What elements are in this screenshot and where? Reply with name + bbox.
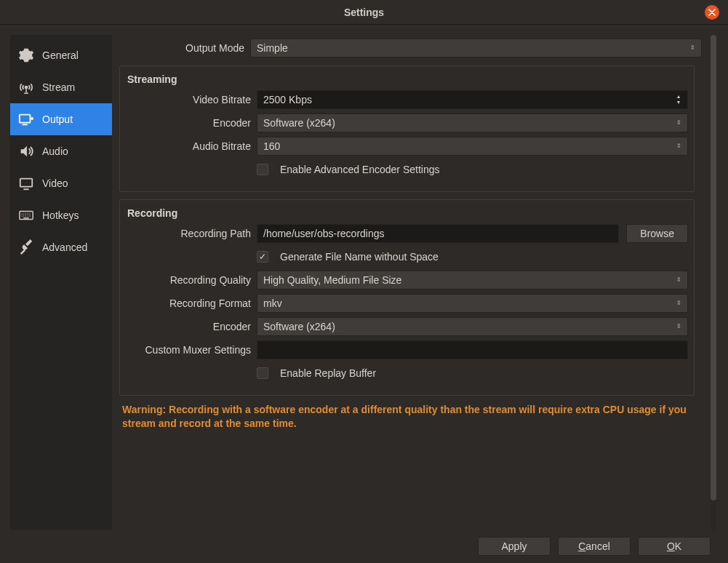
dialog-button-row: Apply Cancel OK [0, 530, 728, 563]
client-area: General Stream Output Audio Video [0, 25, 728, 530]
video-bitrate-value: 2500 Kbps [263, 94, 312, 105]
gear-icon [17, 47, 35, 64]
svg-rect-2 [20, 179, 33, 187]
streaming-encoder-select[interactable]: Software (x264) ⇳ [257, 113, 688, 132]
browse-button[interactable]: Browse [626, 224, 688, 243]
chevron-updown-icon: ⇳ [673, 116, 684, 130]
output-mode-select[interactable]: Simple ⇳ [250, 39, 702, 57]
sidebar-item-label: Advanced [42, 241, 87, 253]
streaming-encoder-value: Software (x264) [263, 117, 335, 129]
recording-format-value: mkv [263, 298, 282, 309]
recording-path-value: /home/user/obs-recordings [263, 228, 385, 239]
sidebar-item-label: General [42, 49, 79, 61]
audio-bitrate-value: 160 [263, 140, 280, 152]
sidebar-item-general[interactable]: General [10, 39, 112, 71]
recording-group: Recording Recording Path /home/user/obs-… [119, 199, 695, 396]
streaming-title: Streaming [126, 72, 688, 89]
video-bitrate-spinbox[interactable]: 2500 Kbps ▴▾ [257, 90, 688, 109]
titlebar: Settings [0, 0, 728, 25]
chevron-updown-icon: ⇳ [687, 41, 698, 55]
audio-bitrate-label: Audio Bitrate [126, 140, 257, 152]
output-mode-label: Output Mode [119, 42, 250, 54]
sidebar-item-label: Output [42, 113, 73, 125]
sidebar-item-label: Stream [42, 81, 75, 93]
recording-encoder-select[interactable]: Software (x264) ⇳ [257, 317, 688, 336]
encoder-warning: Warning: Recording with a software encod… [119, 396, 702, 431]
keyboard-icon [17, 207, 35, 224]
recording-path-label: Recording Path [126, 228, 257, 239]
cancel-button[interactable]: Cancel [558, 537, 631, 556]
sidebar-item-hotkeys[interactable]: Hotkeys [10, 199, 112, 231]
recording-encoder-value: Software (x264) [263, 321, 335, 332]
main-panel: Output Mode Simple ⇳ Streaming Video Bit… [112, 35, 718, 530]
advanced-encoder-checkbox[interactable] [257, 164, 268, 175]
recording-quality-select[interactable]: High Quality, Medium File Size ⇳ [257, 271, 688, 290]
recording-quality-value: High Quality, Medium File Size [263, 274, 401, 286]
sidebar-item-advanced[interactable]: Advanced [10, 231, 112, 263]
output-icon [17, 111, 35, 128]
tools-icon [17, 239, 35, 256]
output-mode-value: Simple [257, 42, 288, 54]
sidebar-item-audio[interactable]: Audio [10, 135, 112, 167]
recording-format-label: Recording Format [126, 298, 257, 309]
sidebar-item-label: Video [42, 177, 68, 189]
recording-format-select[interactable]: mkv ⇳ [257, 294, 688, 313]
ok-button[interactable]: OK [638, 537, 711, 556]
audio-bitrate-select[interactable]: 160 ⇳ [257, 137, 688, 156]
chevron-updown-icon: ⇳ [673, 296, 684, 311]
sidebar-item-label: Audio [42, 145, 68, 157]
chevron-updown-icon: ⇳ [673, 319, 684, 334]
ok-rest: K [675, 540, 681, 552]
recording-encoder-label: Encoder [126, 321, 257, 332]
muxer-input[interactable] [257, 340, 688, 359]
chevron-updown-icon: ⇳ [673, 273, 684, 287]
streaming-group: Streaming Video Bitrate 2500 Kbps ▴▾ Enc… [119, 65, 695, 192]
apply-button[interactable]: Apply [478, 537, 551, 556]
sidebar-item-video[interactable]: Video [10, 167, 112, 199]
sidebar-item-stream[interactable]: Stream [10, 71, 112, 103]
sidebar-item-label: Hotkeys [42, 209, 79, 221]
sidebar-item-output[interactable]: Output [10, 103, 112, 135]
spin-updown-icon: ▴▾ [673, 92, 684, 107]
muxer-label: Custom Muxer Settings [126, 344, 257, 356]
recording-quality-label: Recording Quality [126, 274, 257, 286]
settings-sidebar: General Stream Output Audio Video [10, 35, 112, 530]
audio-icon [17, 143, 35, 160]
advanced-encoder-checkbox-label: Enable Advanced Encoder Settings [280, 164, 440, 175]
scroll-area: Output Mode Simple ⇳ Streaming Video Bit… [119, 35, 716, 530]
genfile-checkbox-label: Generate File Name without Space [280, 251, 439, 263]
recording-path-input[interactable]: /home/user/obs-recordings [257, 224, 619, 243]
svg-rect-1 [20, 115, 31, 123]
streaming-encoder-label: Encoder [126, 117, 257, 129]
replay-buffer-checkbox[interactable] [257, 367, 268, 379]
close-icon[interactable] [705, 5, 719, 20]
scrollbar-thumb[interactable] [711, 35, 716, 500]
cancel-rest: ancel [585, 540, 609, 552]
replay-buffer-checkbox-label: Enable Replay Buffer [280, 367, 376, 379]
recording-title: Recording [126, 206, 688, 223]
video-icon [17, 175, 35, 192]
genfile-checkbox[interactable]: ✓ [257, 251, 268, 263]
chevron-updown-icon: ⇳ [673, 139, 684, 153]
window-title: Settings [344, 7, 384, 18]
video-bitrate-label: Video Bitrate [126, 94, 257, 105]
broadcast-icon [17, 79, 35, 96]
